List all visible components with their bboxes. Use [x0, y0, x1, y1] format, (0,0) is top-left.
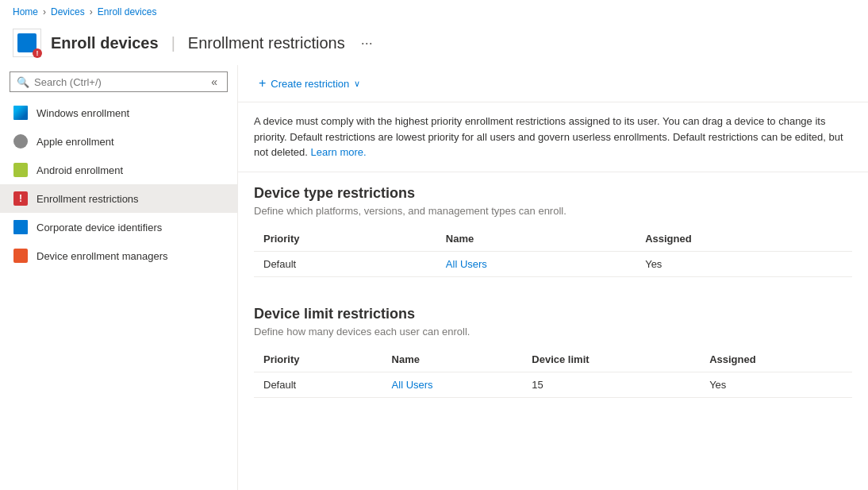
cell-device-limit: 15 — [522, 372, 700, 397]
col-name: Name — [436, 226, 636, 252]
device-limit-table: Priority Name Device limit Assigned Defa… — [254, 347, 852, 398]
android-icon — [13, 162, 29, 178]
plus-icon: + — [259, 76, 266, 91]
sidebar-item-android-enrollment[interactable]: Android enrollment — [0, 156, 237, 184]
windows-icon — [13, 105, 29, 121]
create-restriction-label: Create restriction — [271, 78, 349, 90]
all-users-link[interactable]: All Users — [446, 258, 487, 270]
col-device-limit: Device limit — [522, 347, 700, 372]
description-text: A device must comply with the highest pr… — [238, 102, 868, 172]
breadcrumb: Home › Devices › Enroll devices — [0, 0, 868, 24]
cell-assigned: Yes — [700, 372, 852, 397]
device-type-desc: Define which platforms, versions, and ma… — [254, 205, 852, 217]
breadcrumb-enroll-devices[interactable]: Enroll devices — [98, 6, 157, 17]
learn-more-link[interactable]: Learn more. — [311, 146, 367, 158]
toolbar: + Create restriction ∨ — [238, 65, 868, 102]
corp-icon — [13, 219, 29, 235]
sidebar-item-label: Windows enrollment — [36, 107, 129, 119]
create-restriction-button[interactable]: + Create restriction ∨ — [254, 73, 365, 94]
device-limit-section: Device limit restrictions Define how man… — [238, 293, 868, 398]
sidebar-item-windows-enrollment[interactable]: Windows enrollment — [0, 98, 237, 127]
col-priority: Priority — [254, 347, 382, 372]
breadcrumb-sep2: › — [90, 6, 93, 17]
device-type-section: Device type restrictions Define which pl… — [238, 172, 868, 277]
col-assigned: Assigned — [636, 226, 852, 252]
table-row: Default All Users 15 Yes — [254, 372, 852, 397]
sidebar-item-label: Apple enrollment — [36, 136, 114, 148]
col-assigned: Assigned — [700, 347, 852, 372]
cell-priority: Default — [254, 372, 382, 397]
search-container: 🔍 « — [10, 71, 228, 92]
cell-assigned: Yes — [636, 251, 852, 276]
collapse-sidebar-button[interactable]: « — [208, 75, 221, 88]
page-icon: ! — [13, 29, 41, 57]
mgr-icon — [13, 248, 29, 264]
page-title: Enroll devices — [51, 34, 159, 52]
sidebar-item-corporate-device-identifiers[interactable]: Corporate device identifiers — [0, 213, 237, 241]
col-priority: Priority — [254, 226, 436, 252]
sidebar-item-enrollment-restrictions[interactable]: Enrollment restrictions — [0, 184, 237, 213]
table-row: Default All Users Yes — [254, 251, 852, 276]
sidebar-item-label: Android enrollment — [36, 164, 123, 176]
device-type-table: Priority Name Assigned Default All Users… — [254, 226, 852, 277]
breadcrumb-sep1: › — [43, 6, 46, 17]
cell-name[interactable]: All Users — [382, 372, 523, 397]
search-icon: 🔍 — [17, 76, 29, 88]
cell-name[interactable]: All Users — [436, 251, 636, 276]
page-subtitle: Enrollment restrictions — [188, 34, 345, 52]
more-options-icon[interactable]: ··· — [361, 35, 373, 52]
enroll-icon — [13, 191, 29, 206]
page-icon-badge: ! — [33, 48, 42, 58]
col-name: Name — [382, 347, 523, 372]
device-type-title: Device type restrictions — [254, 185, 852, 202]
sidebar-item-device-enrollment-managers[interactable]: Device enrollment managers — [0, 241, 237, 270]
main-content: + Create restriction ∨ A device must com… — [238, 65, 868, 490]
sidebar-item-label: Enrollment restrictions — [36, 193, 139, 205]
breadcrumb-devices[interactable]: Devices — [51, 6, 85, 17]
all-users-link-limit[interactable]: All Users — [392, 379, 433, 391]
breadcrumb-home[interactable]: Home — [13, 6, 38, 17]
sidebar: 🔍 « Windows enrollment Apple enrollment … — [0, 65, 238, 490]
search-input[interactable] — [34, 76, 208, 88]
sidebar-item-apple-enrollment[interactable]: Apple enrollment — [0, 127, 237, 156]
sidebar-item-label: Device enrollment managers — [36, 250, 167, 262]
main-layout: 🔍 « Windows enrollment Apple enrollment … — [0, 65, 868, 490]
dropdown-chevron-icon: ∨ — [354, 79, 360, 89]
device-limit-desc: Define how many devices each user can en… — [254, 326, 852, 338]
apple-icon — [13, 133, 29, 149]
device-limit-title: Device limit restrictions — [254, 306, 852, 322]
title-separator: | — [171, 34, 175, 52]
page-header: ! Enroll devices | Enrollment restrictio… — [0, 24, 868, 65]
sidebar-item-label: Corporate device identifiers — [36, 222, 162, 233]
cell-priority: Default — [254, 251, 436, 276]
